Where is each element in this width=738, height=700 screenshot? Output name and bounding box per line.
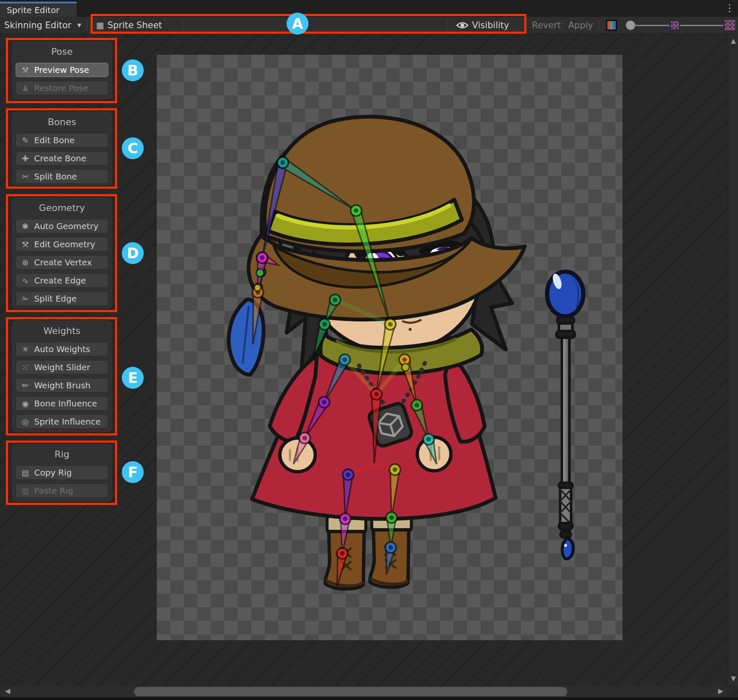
button-label: Paste Rig	[34, 486, 73, 496]
tab-title: Sprite Editor	[7, 5, 59, 15]
toolbar-separator	[182, 19, 183, 31]
auto-weights-icon: ✳	[20, 345, 30, 354]
bone-influence-button[interactable]: ◉Bone Influence	[16, 396, 108, 411]
button-label: Weight Slider	[34, 362, 90, 372]
edit-bone-icon: ✎	[20, 136, 30, 145]
edit-geometry-button[interactable]: ⚒Edit Geometry	[16, 237, 108, 251]
create-edge-button[interactable]: ∿Create Edge	[16, 273, 108, 288]
sprite-influence-icon: ◎	[20, 417, 30, 426]
panel-rig: Rig▤Copy Rig▥Paste Rig	[11, 443, 113, 502]
vertical-scrollbar[interactable]: ▲ ▼	[728, 34, 738, 686]
panel-title: Weights	[16, 324, 108, 337]
alpha-slider-knob[interactable]	[626, 21, 635, 30]
texture-preview-icon-large	[724, 19, 736, 31]
scroll-up-icon[interactable]: ▲	[728, 37, 738, 45]
sprite-sheet-icon: ▦	[96, 20, 104, 30]
sprite-canvas[interactable]	[157, 55, 623, 640]
weight-brush-button[interactable]: ✏Weight Brush	[16, 378, 108, 393]
create-bone-button[interactable]: ✚Create Bone	[16, 151, 108, 166]
edit-bone-button[interactable]: ✎Edit Bone	[16, 133, 108, 147]
scroll-down-icon[interactable]: ▼	[728, 675, 738, 682]
panel-title: Pose	[16, 45, 108, 58]
weight-slider-icon: ⁙	[20, 363, 30, 372]
panel-geometry: Geometry✱Auto Geometry⚒Edit Geometry⊕Cre…	[11, 197, 113, 310]
button-label: Split Edge	[34, 294, 77, 304]
button-label: Bone Influence	[34, 398, 97, 409]
button-label: Create Vertex	[34, 257, 92, 267]
paste-rig-button[interactable]: ▥Paste Rig	[16, 484, 108, 498]
alpha-slider-track[interactable]	[635, 25, 669, 26]
toolbar-separator	[447, 19, 447, 31]
horizontal-scrollbar[interactable]: ◀ ▶	[2, 686, 726, 697]
button-label: Auto Geometry	[34, 221, 99, 231]
sprite-editor-window: Sprite Editor ⋮ Skinning Editor ▼ ▦ Spri…	[0, 0, 738, 700]
panel-pose: Pose⚒Preview Pose♟Restore Pose	[11, 40, 113, 100]
button-label: Restore Pose	[34, 83, 89, 93]
button-label: Sprite Influence	[34, 417, 101, 427]
button-label: Copy Rig	[34, 468, 72, 478]
bone-influence-icon: ◉	[20, 399, 30, 408]
button-label: Auto Weights	[34, 344, 90, 354]
auto-geometry-button[interactable]: ✱Auto Geometry	[16, 219, 108, 233]
edit-geometry-icon: ⚒	[20, 240, 30, 249]
paste-rig-icon: ▥	[20, 486, 30, 495]
toolbar-separator	[598, 19, 599, 31]
create-bone-icon: ✚	[20, 154, 30, 163]
button-label: Edit Geometry	[34, 239, 95, 249]
button-label: Split Bone	[34, 171, 77, 182]
create-vertex-button[interactable]: ⊕Create Vertex	[16, 255, 108, 270]
mode-dropdown[interactable]: Skinning Editor ▼	[4, 17, 81, 34]
apply-button[interactable]: Apply	[568, 17, 593, 34]
copy-rig-icon: ▤	[20, 468, 30, 477]
split-edge-button[interactable]: ✁Split Edge	[16, 291, 108, 306]
panel-bones: Bones✎Edit Bone✚Create Bone✂Split Bone	[11, 111, 113, 186]
panel-weights: Weights✳Auto Weights⁙Weight Slider✏Weigh…	[11, 320, 113, 433]
window-bottom-edge	[0, 697, 738, 700]
restore-pose-button[interactable]: ♟Restore Pose	[16, 81, 108, 95]
toolbar-separator	[87, 19, 87, 31]
preview-pose-icon: ⚒	[20, 65, 30, 75]
create-edge-icon: ∿	[20, 276, 30, 285]
button-label: Create Edge	[34, 275, 86, 286]
create-vertex-icon: ⊕	[20, 258, 30, 267]
texture-preview-icon	[670, 21, 679, 30]
tab-sprite-editor[interactable]: Sprite Editor	[0, 2, 77, 17]
weight-brush-icon: ✏	[20, 381, 30, 390]
panel-title: Geometry	[16, 201, 108, 214]
preview-pose-button[interactable]: ⚒Preview Pose	[16, 63, 108, 77]
button-label: Edit Bone	[34, 135, 75, 145]
weight-slider-button[interactable]: ⁙Weight Slider	[16, 360, 108, 374]
scroll-left-icon[interactable]: ◀	[5, 687, 10, 695]
scroll-right-icon[interactable]: ▶	[718, 687, 723, 695]
tab-bar: Sprite Editor ⋮	[0, 0, 738, 17]
panel-title: Bones	[16, 115, 108, 128]
split-bone-icon: ✂	[20, 172, 30, 181]
window-menu-icon[interactable]: ⋮	[725, 2, 735, 14]
chevron-down-icon: ▼	[77, 22, 81, 28]
button-label: Preview Pose	[34, 65, 89, 75]
split-bone-button[interactable]: ✂Split Bone	[16, 169, 108, 184]
zoom-slider-track[interactable]	[680, 25, 723, 26]
auto-weights-button[interactable]: ✳Auto Weights	[16, 342, 108, 356]
horizontal-scrollbar-thumb[interactable]	[134, 687, 567, 696]
toolbar-separator	[562, 19, 563, 31]
color-mode-icon[interactable]	[606, 20, 617, 31]
split-edge-icon: ✁	[20, 294, 30, 303]
restore-pose-icon: ♟	[20, 83, 30, 93]
visibility-button[interactable]: Visibility	[456, 17, 509, 34]
sprite-sheet-button[interactable]: ▦ Sprite Sheet	[96, 17, 162, 34]
toolbar-separator	[526, 19, 526, 31]
sprite-influence-button[interactable]: ◎Sprite Influence	[16, 414, 108, 429]
button-label: Weight Brush	[34, 380, 91, 390]
panel-title: Rig	[16, 448, 108, 460]
button-label: Create Bone	[34, 153, 86, 163]
copy-rig-button[interactable]: ▤Copy Rig	[16, 465, 108, 480]
auto-geometry-icon: ✱	[20, 222, 30, 231]
eye-icon	[456, 21, 469, 29]
revert-button[interactable]: Revert	[532, 17, 561, 34]
